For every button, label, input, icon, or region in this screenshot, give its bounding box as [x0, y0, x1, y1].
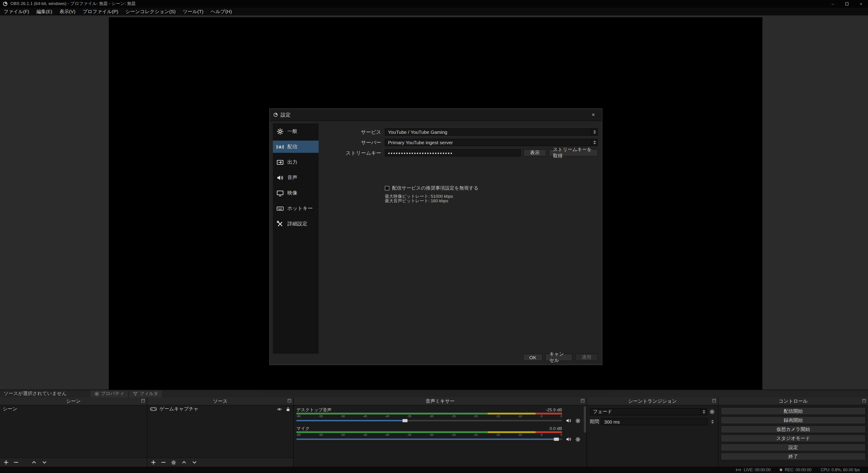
ignore-recommendations-checkbox[interactable] [385, 186, 390, 190]
stream-key-input[interactable] [385, 149, 521, 156]
dock-popout-icon[interactable] [141, 398, 145, 403]
source-list[interactable]: ゲームキャプチャ [147, 406, 293, 457]
move-source-down-button[interactable] [192, 460, 197, 465]
maximize-button[interactable] [840, 0, 854, 8]
source-toolbar: ソースが選択されていません プロパティ フィルタ [0, 389, 868, 397]
properties-label: プロパティ [101, 390, 124, 397]
channel-settings-gear-icon[interactable] [575, 437, 581, 442]
speaker-icon[interactable] [566, 418, 571, 423]
exit-button[interactable]: 終了 [721, 452, 866, 460]
speaker-icon[interactable] [566, 436, 571, 442]
duration-spinner[interactable] [709, 420, 715, 423]
cancel-button[interactable]: キャンセル [545, 354, 572, 361]
settings-close-button[interactable]: × [588, 112, 598, 118]
settings-nav-general[interactable]: 一般 [273, 125, 319, 138]
settings-nav-hotkeys[interactable]: ホットキー [273, 202, 319, 214]
transition-settings-gear-icon[interactable] [709, 409, 715, 415]
scene-item[interactable]: シーン [0, 406, 147, 413]
duration-spinbox[interactable]: 300 ms [601, 418, 708, 425]
speaker-icon [277, 174, 284, 181]
remove-source-button[interactable] [161, 460, 166, 465]
menu-view[interactable]: 表示(V) [56, 8, 79, 16]
dock-popout-icon[interactable] [712, 398, 716, 403]
start-virtual-camera-button[interactable]: 仮想カメラ開始 [721, 425, 866, 433]
volume-slider-handle[interactable] [403, 419, 408, 422]
menu-scene-collection[interactable]: シーンコレクション(S) [122, 8, 179, 16]
transition-combobox[interactable]: フェード [590, 408, 707, 415]
source-item[interactable]: ゲームキャプチャ [147, 406, 293, 413]
transitions-dock-header[interactable]: シーントランジション [587, 397, 718, 406]
menu-file[interactable]: ファイル(F) [0, 8, 33, 16]
menubar: ファイル(F) 編集(E) 表示(V) プロファイル(P) シーンコレクション(… [0, 8, 868, 16]
server-combobox[interactable]: Primary YouTube ingest server [385, 139, 598, 146]
volume-slider[interactable] [297, 419, 562, 423]
close-button[interactable]: × [854, 0, 868, 8]
mixer-body: デスクトップ音声 -25.9 dB -60-55-50-45-40-35-30-… [294, 406, 587, 467]
settings-button[interactable]: 設定 [721, 444, 866, 451]
sources-dock: ソース ゲームキャプチャ [147, 397, 293, 467]
menu-tools[interactable]: ツール(T) [179, 8, 207, 16]
dock-popout-icon[interactable] [862, 398, 866, 403]
spin-up-icon[interactable] [711, 420, 714, 421]
start-streaming-button[interactable]: 配信開始 [721, 407, 866, 415]
move-scene-up-button[interactable] [31, 460, 37, 465]
settings-dialog-titlebar[interactable]: 設定 × [270, 109, 602, 121]
maximize-icon [845, 2, 848, 5]
volume-slider-handle[interactable] [554, 438, 559, 441]
settings-nav-video[interactable]: 映像 [273, 187, 319, 199]
show-key-button[interactable]: 表示 [524, 149, 546, 156]
volume-slider[interactable] [297, 437, 562, 441]
obs-main-window: OBS 26.1.1 (64-bit, windows) - プロファイル: 無… [0, 0, 868, 473]
sources-dock-header[interactable]: ソース [147, 397, 293, 406]
studio-mode-button[interactable]: スタジオモード [721, 435, 866, 442]
start-recording-button[interactable]: 録画開始 [721, 416, 866, 424]
visibility-eye-icon[interactable] [277, 407, 282, 412]
settings-nav-audio[interactable]: 音声 [273, 171, 319, 184]
ignore-recommendations-row: 配信サービスの推奨事項設定を無視する [385, 185, 602, 191]
source-properties-gear-icon[interactable] [171, 460, 176, 465]
properties-button[interactable]: プロパティ [91, 390, 128, 397]
scenes-dock-title: シーン [66, 398, 81, 404]
add-source-button[interactable] [151, 460, 156, 465]
mixer-scrollbar[interactable] [584, 406, 586, 433]
settings-nav-output[interactable]: 出力 [273, 156, 319, 168]
source-name: ゲームキャプチャ [159, 406, 198, 412]
settings-nav-advanced[interactable]: 詳細設定 [273, 218, 319, 230]
scene-list[interactable]: シーン [0, 406, 147, 457]
nav-label: 詳細設定 [287, 220, 307, 227]
service-combobox[interactable]: YouTube / YouTube Gaming [385, 128, 598, 136]
stream-key-label: ストリームキー [319, 149, 381, 156]
max-video-bitrate: 最大映像ビットレート: 51000 kbps [385, 194, 602, 199]
mixer-dock-title: 音声ミキサー [426, 398, 455, 404]
apply-button[interactable]: 適用 [575, 354, 598, 361]
nav-label: 映像 [287, 189, 297, 196]
record-dot-icon [780, 469, 782, 471]
menu-edit[interactable]: 編集(E) [33, 8, 56, 16]
move-scene-down-button[interactable] [42, 460, 47, 465]
mixer-dock-header[interactable]: 音声ミキサー [294, 397, 587, 406]
broadcast-icon [277, 143, 284, 150]
lock-icon[interactable] [285, 407, 290, 412]
settings-nav-stream[interactable]: 配信 [273, 141, 319, 153]
settings-footer: OK キャンセル 適用 [523, 354, 598, 361]
scenes-dock-header[interactable]: シーン [0, 397, 147, 406]
dock-popout-icon[interactable] [287, 398, 291, 403]
filter-funnel-icon [133, 391, 138, 396]
filters-button[interactable]: フィルタ [129, 390, 162, 397]
channel-settings-gear-icon[interactable] [575, 418, 581, 423]
stats-text: CPU: 0.8%, 60.00 fps [820, 468, 860, 472]
controls-dock-header[interactable]: コントロール [718, 397, 868, 406]
nav-label: 音声 [287, 174, 297, 181]
remove-scene-button[interactable] [13, 460, 19, 465]
mixer-channel-desktop-audio: デスクトップ音声 -25.9 dB -60-55-50-45-40-35-30-… [297, 407, 587, 423]
add-scene-button[interactable] [4, 460, 9, 465]
get-stream-key-button[interactable]: ストリームキーを取得 [549, 149, 598, 156]
minimize-button[interactable]: – [826, 0, 840, 8]
dock-popout-icon[interactable] [581, 398, 585, 403]
spin-down-icon[interactable] [711, 422, 714, 423]
audio-mixer-dock: 音声ミキサー デスクトップ音声 -25.9 dB -60-55-50-45-40… [294, 397, 587, 467]
ok-button[interactable]: OK [523, 354, 542, 361]
menu-profile[interactable]: プロファイル(P) [79, 8, 122, 16]
move-source-up-button[interactable] [181, 460, 187, 465]
menu-help[interactable]: ヘルプ(H) [207, 8, 236, 16]
